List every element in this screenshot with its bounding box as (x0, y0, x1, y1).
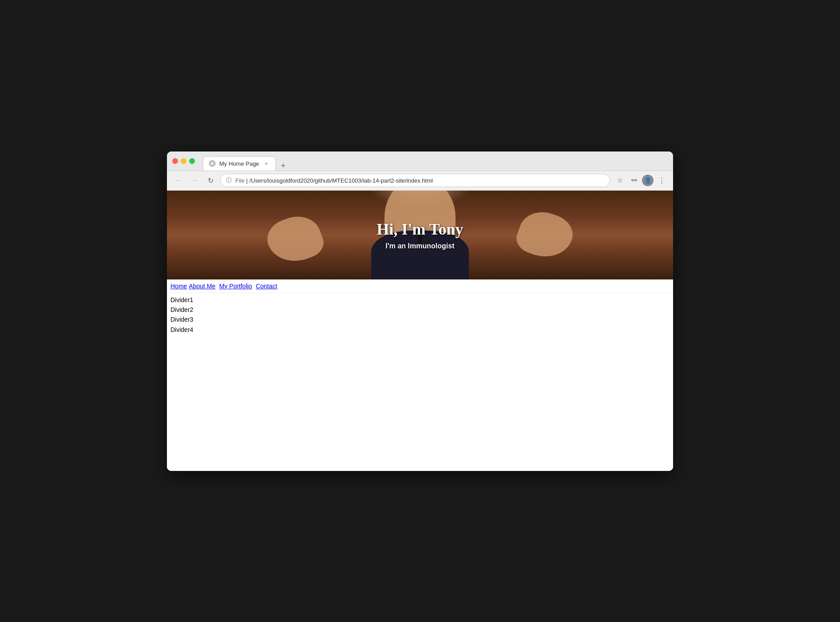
back-button[interactable]: ← (172, 174, 185, 187)
divider-4: Divider4 (170, 325, 670, 335)
page-content: Hi, I'm Tony I'm an Immunologist HomeAbo… (167, 191, 673, 471)
info-icon: ⓘ (226, 176, 232, 184)
url-protocol: File (235, 177, 245, 184)
url-text: File | /Users/louisgoldford2020/github/M… (235, 177, 433, 184)
maximize-button[interactable] (189, 158, 195, 164)
address-bar: ← → ↻ ⓘ File | /Users/louisgoldford2020/… (167, 171, 673, 191)
url-path: /Users/louisgoldford2020/github/MTEC1003… (250, 177, 433, 184)
hero-section: Hi, I'm Tony I'm an Immunologist (167, 191, 673, 279)
new-tab-button[interactable]: + (277, 161, 289, 171)
nav-link-home[interactable]: Home (170, 283, 187, 290)
toolbar-icons: ☆ ⚯ 👤 ⋮ (614, 174, 668, 187)
nav-link-contact[interactable]: Contact (256, 283, 277, 290)
divider-1: Divider1 (170, 295, 670, 305)
forward-button[interactable]: → (188, 174, 201, 187)
hero-text: Hi, I'm Tony I'm an Immunologist (376, 220, 463, 250)
extensions-button[interactable]: ⚯ (628, 174, 640, 187)
reload-button[interactable]: ↻ (204, 174, 217, 187)
tabs-area: My Home Page × + (203, 152, 668, 171)
minimize-button[interactable] (181, 158, 186, 164)
url-separator: | (246, 177, 250, 184)
nav-link-about[interactable]: About Me (189, 283, 215, 290)
svg-point-1 (211, 162, 214, 165)
bookmark-button[interactable]: ☆ (614, 174, 626, 187)
account-button[interactable]: 👤 (642, 175, 654, 186)
divider-3: Divider3 (170, 315, 670, 324)
menu-button[interactable]: ⋮ (655, 174, 668, 187)
active-tab[interactable]: My Home Page × (203, 156, 276, 171)
tab-close-button[interactable]: × (263, 160, 270, 167)
close-button[interactable] (172, 158, 178, 164)
hero-subtitle: I'm an Immunologist (376, 242, 463, 250)
divider-2: Divider2 (170, 305, 670, 315)
nav-link-portfolio[interactable]: My Portfolio (219, 283, 252, 290)
tab-favicon (209, 160, 216, 167)
traffic-lights (172, 158, 195, 164)
dividers-section: Divider1 Divider2 Divider3 Divider4 (167, 293, 673, 337)
url-bar[interactable]: ⓘ File | /Users/louisgoldford2020/github… (220, 174, 610, 187)
tab-title: My Home Page (219, 160, 259, 167)
title-bar: My Home Page × + (167, 152, 673, 171)
hero-title: Hi, I'm Tony (376, 220, 463, 239)
page-body: Divider1 Divider2 Divider3 Divider4 (167, 293, 673, 471)
browser-window: My Home Page × + ← → ↻ ⓘ File | /Users/l… (167, 152, 673, 471)
nav-links: HomeAbout Me My Portfolio Contact (167, 279, 673, 293)
